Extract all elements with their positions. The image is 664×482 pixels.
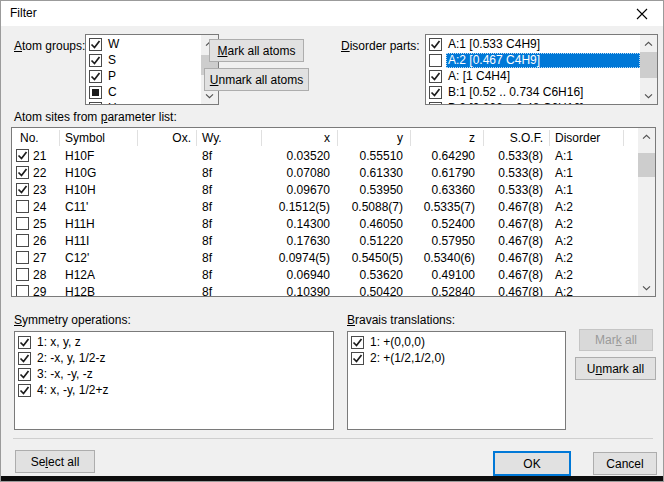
cell-wy: 8f	[202, 216, 242, 233]
mark-all-atoms-button[interactable]: Mark all atoms	[209, 39, 304, 62]
cell-wy: 8f	[202, 250, 242, 267]
bravais-translations-list[interactable]: 1: +(0,0,0) 2: +(1/2,1/2,0)	[347, 331, 566, 430]
column-header-no[interactable]: No.	[20, 128, 39, 148]
check-icon	[89, 70, 102, 83]
atom-row[interactable]: 29 H12B 8f 0.10390 0.50420 0.52840 0.467…	[12, 284, 638, 296]
checkbox[interactable]	[429, 54, 442, 67]
disorder-item[interactable]: A: [1 C4H4]	[426, 68, 640, 84]
cell-sof: 0.533(8)	[459, 165, 543, 182]
atom-group-item[interactable]: W	[86, 36, 201, 52]
scroll-thumb[interactable]	[638, 153, 655, 177]
atom-group-item[interactable]: S	[86, 52, 201, 68]
checkbox[interactable]	[89, 54, 102, 67]
select-all-button[interactable]: Select all	[15, 450, 95, 473]
ok-button[interactable]: OK	[493, 451, 571, 476]
filter-dialog: Filter Atom groups: W S P C	[0, 0, 664, 482]
atom-row[interactable]: 27 C12' 8f 0.0974(5) 0.5450(5) 0.5340(6)…	[12, 250, 638, 267]
checkbox[interactable]	[18, 352, 31, 365]
cell-sof: 0.533(8)	[459, 148, 543, 165]
symmetry-item[interactable]: 4: x, -y, 1/2+z	[15, 382, 333, 398]
check-icon	[18, 336, 31, 349]
cancel-button[interactable]: Cancel	[593, 452, 657, 475]
scroll-thumb[interactable]	[640, 52, 657, 78]
bravais-item[interactable]: 2: +(1/2,1/2,0)	[348, 350, 565, 366]
atom-row[interactable]: 22 H10G 8f 0.07080 0.61330 0.61790 0.533…	[12, 165, 638, 182]
atom-row[interactable]: 21 H10F 8f 0.03520 0.55510 0.64290 0.533…	[12, 148, 638, 165]
atom-row[interactable]: 25 H11H 8f 0.14300 0.46050 0.52400 0.467…	[12, 216, 638, 233]
disorder-parts-label: Disorder parts:	[341, 39, 420, 53]
checkbox[interactable]	[18, 336, 31, 349]
table-header[interactable]: No. Symbol Ox. Wy. x y z S.O.F. Disorder	[12, 128, 638, 148]
symmetry-item[interactable]: 2: -x, y, 1/2-z	[15, 350, 333, 366]
disorder-item[interactable]: A:2 [0.467 C4H9]	[426, 52, 640, 68]
row-checkbox[interactable]	[16, 217, 29, 230]
symmetry-item[interactable]: 1: x, y, z	[15, 334, 333, 350]
checkbox[interactable]	[18, 368, 31, 381]
row-checkbox[interactable]	[16, 251, 29, 264]
checkbox[interactable]	[89, 86, 102, 99]
symmetry-item[interactable]: 3: -x, -y, -z	[15, 366, 333, 382]
scroll-down-icon[interactable]	[638, 279, 655, 296]
row-checkbox[interactable]	[16, 268, 29, 281]
close-button[interactable]	[626, 1, 658, 26]
scroll-up-icon[interactable]	[638, 128, 655, 145]
cell-wy: 8f	[202, 165, 242, 182]
cell-sof: 0.467(8)	[459, 250, 543, 267]
atom-group-item[interactable]: C	[86, 84, 201, 100]
checkbox[interactable]	[89, 102, 102, 106]
bravais-item[interactable]: 1: +(0,0,0)	[348, 334, 565, 350]
checkbox[interactable]	[18, 384, 31, 397]
cell-wy: 8f	[202, 267, 242, 284]
checkbox[interactable]	[89, 70, 102, 83]
checkbox[interactable]	[429, 102, 442, 106]
atom-row[interactable]: 24 C11' 8f 0.1512(5) 0.5088(7) 0.5335(7)…	[12, 199, 638, 216]
scroll-up-icon[interactable]	[640, 35, 657, 52]
cell-disorder: A:2	[555, 216, 625, 233]
row-checkbox[interactable]	[16, 234, 29, 247]
column-header-ox[interactable]: Ox.	[142, 128, 191, 148]
row-checkbox[interactable]	[16, 183, 29, 196]
symmetry-operations-list[interactable]: 1: x, y, z 2: -x, y, 1/2-z 3: -x, -y, -z…	[14, 331, 334, 430]
disorder-parts-list[interactable]: A:1 [0.533 C4H9] A:2 [0.467 C4H9] A: [1 …	[425, 34, 658, 105]
row-checkbox[interactable]	[16, 200, 29, 213]
checkbox[interactable]	[429, 38, 442, 51]
cell-sof: 0.467(8)	[459, 267, 543, 284]
row-checkbox[interactable]	[16, 285, 29, 296]
atom-group-item[interactable]: P	[86, 68, 201, 84]
table-body: 21 H10F 8f 0.03520 0.55510 0.64290 0.533…	[12, 148, 638, 296]
column-header-symbol[interactable]: Symbol	[65, 128, 105, 148]
checkbox[interactable]	[429, 86, 442, 99]
unmark-all-atoms-button[interactable]: Unmark all atoms	[204, 68, 309, 91]
disorder-item[interactable]: B:1 [0.52 .. 0.734 C6H16]	[426, 84, 640, 100]
cell-sof: 0.467(8)	[459, 284, 543, 296]
checkbox[interactable]	[89, 38, 102, 51]
disorder-item[interactable]: B:2 [0.266 .. 0.48 C6H16]	[426, 100, 640, 105]
column-header-sof[interactable]: S.O.F.	[459, 128, 543, 148]
atom-sites-table[interactable]: No. Symbol Ox. Wy. x y z S.O.F. Disorder…	[11, 127, 656, 297]
close-icon	[636, 8, 648, 20]
atom-row[interactable]: 26 H11I 8f 0.17630 0.51220 0.57950 0.467…	[12, 233, 638, 250]
vertical-scrollbar[interactable]	[638, 128, 655, 296]
symmetry-item-label: 1: x, y, z	[35, 335, 333, 350]
atom-group-item[interactable]: H	[86, 100, 201, 105]
atom-group-item-label: H	[106, 101, 201, 106]
column-header-disorder[interactable]: Disorder	[555, 128, 600, 148]
atom-row[interactable]: 28 H12A 8f 0.06940 0.53620 0.49100 0.467…	[12, 267, 638, 284]
row-checkbox[interactable]	[16, 166, 29, 179]
checkbox[interactable]	[351, 352, 364, 365]
disorder-item[interactable]: A:1 [0.533 C4H9]	[426, 36, 640, 52]
unmark-all-button[interactable]: Unmark all	[575, 357, 656, 380]
scroll-down-icon[interactable]	[640, 87, 657, 104]
row-checkbox[interactable]	[16, 149, 29, 162]
atom-groups-list[interactable]: W S P C H	[85, 34, 219, 105]
vertical-scrollbar[interactable]	[640, 35, 657, 104]
atom-row[interactable]: 23 H10H 8f 0.09670 0.53950 0.63360 0.533…	[12, 182, 638, 199]
checkbox[interactable]	[429, 70, 442, 83]
column-header-wy[interactable]: Wy.	[202, 128, 222, 148]
check-icon	[89, 54, 102, 67]
cell-sof: 0.467(8)	[459, 233, 543, 250]
cell-wy: 8f	[202, 182, 242, 199]
atom-sites-label: Atom sites from parameter list:	[14, 110, 177, 124]
atom-group-item-label: S	[106, 53, 201, 68]
checkbox[interactable]	[351, 336, 364, 349]
